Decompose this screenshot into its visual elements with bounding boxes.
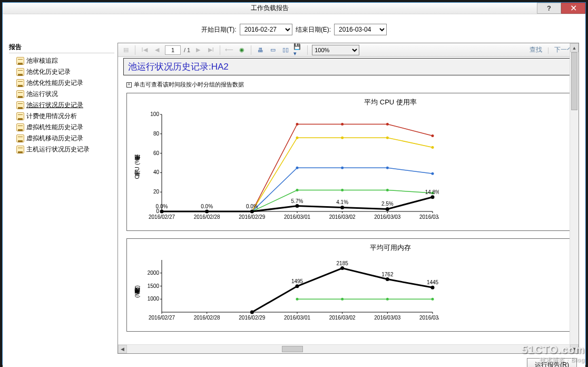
svg-point-48 xyxy=(432,172,434,175)
find-link[interactable]: 查找 xyxy=(527,45,544,54)
sidebar-item[interactable]: 池审核追踪 xyxy=(9,55,114,66)
svg-text:100: 100 xyxy=(150,111,159,117)
sidebar-item-label: 池优化历史记录 xyxy=(26,67,71,76)
report-body[interactable]: 池运行状况历史记录:HA2 + 单击可查看该时间段按小时分组的报告数据 平均 C… xyxy=(118,57,579,344)
separator xyxy=(251,45,251,55)
sidebar-item[interactable]: 池运行状况 xyxy=(9,89,114,100)
svg-point-34 xyxy=(432,134,434,137)
sidebar-item-label: 池运行状况历史记录 xyxy=(26,101,83,110)
print-layout-button[interactable]: ▭ xyxy=(268,45,278,55)
svg-point-33 xyxy=(386,123,389,125)
stop-button[interactable]: ◉ xyxy=(237,45,247,55)
svg-text:2016/03/04: 2016/03/04 xyxy=(419,214,439,220)
svg-text:2016/02/27: 2016/02/27 xyxy=(149,315,175,321)
svg-point-101 xyxy=(386,277,389,281)
report-icon xyxy=(16,68,24,76)
horizontal-scrollbar[interactable]: ◀ ▶ xyxy=(118,344,579,353)
page-total: / 1 xyxy=(184,47,190,53)
svg-text:2016/03/03: 2016/03/03 xyxy=(374,315,400,321)
svg-text:1000: 1000 xyxy=(148,296,160,302)
svg-text:2016/03/02: 2016/03/02 xyxy=(329,315,356,321)
chart-svg: 1000150020002016/02/272016/02/282016/02/… xyxy=(144,255,439,326)
sidebar-item[interactable]: 池优化历史记录 xyxy=(9,66,114,78)
end-date-label: 结束日期(E): xyxy=(296,25,331,34)
chart-svg: 0204060801002016/02/272016/02/282016/02/… xyxy=(144,109,439,225)
scroll-down-icon[interactable]: ▼ xyxy=(570,344,579,353)
end-date-select[interactable]: 2016-03-04 xyxy=(334,24,387,35)
svg-text:1495: 1495 xyxy=(291,278,303,284)
sidebar-item-label: 虚拟机性能历史记录 xyxy=(26,123,83,132)
sidebar-item[interactable]: 虚拟机性能历史记录 xyxy=(9,122,114,133)
svg-point-41 xyxy=(432,146,434,149)
help-button[interactable]: ? xyxy=(537,3,561,14)
sidebar: 报告 池审核追踪 池优化历史记录 池优化性能历史记录 池运行状况 池运行状况历史… xyxy=(9,43,114,354)
report-icon xyxy=(16,90,24,98)
svg-point-99 xyxy=(340,266,344,270)
sidebar-item[interactable]: 池运行状况历史记录 xyxy=(9,100,114,111)
page-setup-button[interactable]: ▯▯ xyxy=(281,45,290,55)
svg-text:2016/02/28: 2016/02/28 xyxy=(194,315,220,321)
start-date-select[interactable]: 2016-02-27 xyxy=(240,24,292,35)
svg-text:2000: 2000 xyxy=(148,270,160,276)
scroll-thumb[interactable] xyxy=(571,52,577,110)
svg-point-64 xyxy=(340,206,344,209)
expand-hint-row: + 单击可查看该时间段按小时分组的报告数据 xyxy=(126,81,579,89)
next-page-button[interactable]: ▶ xyxy=(193,45,203,55)
sidebar-item[interactable]: 虚拟机移动历史记录 xyxy=(9,133,114,144)
svg-point-46 xyxy=(341,167,344,169)
close-button[interactable]: ✕ xyxy=(561,3,585,14)
date-filter-row: 开始日期(T): 2016-02-27 结束日期(E): 2016-03-04 xyxy=(9,24,579,35)
report-icon xyxy=(16,134,24,142)
run-report-button[interactable]: 运行报告(R) xyxy=(527,358,577,367)
svg-text:2016/03/03: 2016/03/03 xyxy=(374,214,400,220)
svg-point-96 xyxy=(250,311,254,314)
svg-text:2016/03/01: 2016/03/01 xyxy=(284,214,310,220)
svg-point-68 xyxy=(431,195,435,199)
separator xyxy=(220,45,220,55)
report-icon xyxy=(16,57,24,65)
svg-point-45 xyxy=(296,167,299,169)
print-button[interactable]: 🖶 xyxy=(256,45,265,55)
expand-icon[interactable]: + xyxy=(126,82,132,88)
report-icon xyxy=(16,79,24,87)
layout-icon[interactable]: ▤ xyxy=(121,45,131,55)
svg-text:14.8%: 14.8% xyxy=(425,189,439,195)
svg-text:1762: 1762 xyxy=(381,272,394,277)
svg-point-56 xyxy=(160,210,164,214)
prev-page-button[interactable]: ◀ xyxy=(152,45,162,55)
first-page-button[interactable]: I◀ xyxy=(140,45,149,55)
back-button[interactable]: ⟵ xyxy=(224,45,234,55)
svg-text:2185: 2185 xyxy=(337,260,349,266)
svg-point-47 xyxy=(386,167,389,169)
svg-point-92 xyxy=(296,298,299,301)
sidebar-item-label: 主机运行状况历史记录 xyxy=(26,145,90,154)
svg-point-93 xyxy=(341,298,344,301)
content-row: 报告 池审核追踪 池优化历史记录 池优化性能历史记录 池运行状况 池运行状况历史… xyxy=(9,43,579,354)
svg-text:1500: 1500 xyxy=(148,283,160,289)
last-page-button[interactable]: ▶I xyxy=(206,45,215,55)
vertical-scrollbar[interactable]: ▲ ▼ xyxy=(570,43,579,353)
page-input[interactable] xyxy=(165,45,181,55)
zoom-select[interactable]: 100% xyxy=(312,45,359,55)
svg-point-32 xyxy=(341,123,344,125)
svg-text:0.0%: 0.0% xyxy=(156,204,168,209)
sidebar-item-label: 池优化性能历史记录 xyxy=(26,79,83,88)
scroll-left-icon[interactable]: ◀ xyxy=(118,345,127,353)
sidebar-item[interactable]: 池优化性能历史记录 xyxy=(9,78,114,89)
svg-point-97 xyxy=(296,284,299,288)
sidebar-item[interactable]: 主机运行状况历史记录 xyxy=(9,144,114,155)
svg-text:2016/02/29: 2016/02/29 xyxy=(239,315,265,321)
svg-text:2016/02/28: 2016/02/28 xyxy=(194,214,220,220)
export-button[interactable]: 💾▾ xyxy=(293,45,303,55)
svg-text:20: 20 xyxy=(153,189,160,195)
svg-text:2.5%: 2.5% xyxy=(381,201,394,207)
scroll-thumb-h[interactable] xyxy=(282,346,303,352)
chart-y-axis-label: 平均 CPU 使用率(%) xyxy=(130,109,144,227)
sidebar-item[interactable]: 计费使用情况分析 xyxy=(9,111,114,122)
report-icon xyxy=(16,123,24,131)
report-viewer: ▤ I◀ ◀ / 1 ▶ ▶I ⟵ ◉ 🖶 ▭ ▯▯ 💾▾ xyxy=(117,43,579,354)
svg-point-38 xyxy=(296,137,299,139)
scroll-up-icon[interactable]: ▲ xyxy=(570,43,579,52)
separator xyxy=(135,45,135,55)
chart-title: 平均 CPU 使用率 xyxy=(130,98,579,107)
